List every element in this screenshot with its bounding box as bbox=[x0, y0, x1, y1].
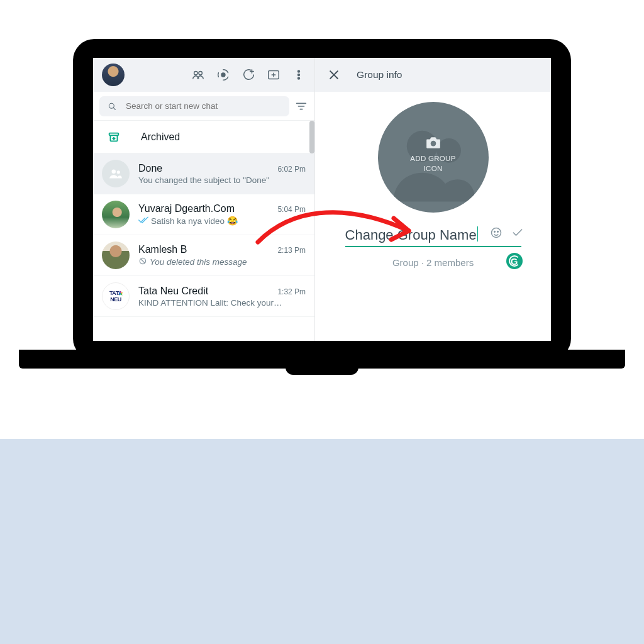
laptop-notch bbox=[286, 367, 358, 375]
search-input[interactable] bbox=[126, 101, 282, 111]
add-group-icon-label: ADD GROUPICON bbox=[410, 154, 455, 174]
svg-point-1 bbox=[199, 72, 203, 75]
chat-time: 2:13 Pm bbox=[277, 246, 306, 255]
chat-time: 6:02 Pm bbox=[277, 165, 306, 174]
filter-icon[interactable] bbox=[294, 99, 308, 113]
group-name-input[interactable]: Change Group Name bbox=[345, 227, 477, 243]
group-picture-button[interactable]: ADD GROUPICON bbox=[378, 102, 489, 213]
emoji-picker-icon[interactable] bbox=[490, 226, 502, 239]
chat-preview: You deleted this message bbox=[138, 257, 306, 267]
panel-body: ADD GROUPICON Change Group Name bbox=[315, 92, 551, 341]
new-chat-icon[interactable] bbox=[242, 68, 255, 82]
text-cursor bbox=[477, 226, 478, 242]
svg-point-2 bbox=[221, 73, 225, 77]
svg-point-15 bbox=[491, 228, 501, 238]
new-group-icon[interactable] bbox=[267, 68, 280, 82]
camera-icon bbox=[425, 136, 441, 150]
chat-row[interactable]: Done 6:02 Pm You changed the subject to … bbox=[93, 153, 314, 194]
chat-preview: Satish ka nya video 😂 bbox=[138, 216, 306, 226]
sidebar-toolbar bbox=[93, 58, 314, 92]
contact-avatar bbox=[102, 201, 130, 228]
svg-point-9 bbox=[112, 170, 116, 174]
panel-header: Group info bbox=[315, 58, 551, 92]
scrollbar-thumb[interactable] bbox=[309, 121, 314, 153]
grammarly-icon[interactable]: G bbox=[506, 253, 523, 269]
search-bar bbox=[93, 92, 314, 121]
archive-icon bbox=[107, 130, 121, 144]
svg-point-10 bbox=[117, 170, 120, 174]
svg-point-4 bbox=[298, 70, 300, 72]
menu-kebab-icon[interactable] bbox=[292, 68, 306, 82]
chat-preview: You changed the subject to "Done" bbox=[138, 175, 306, 185]
chat-time: 1:32 Pm bbox=[277, 287, 306, 296]
svg-point-7 bbox=[109, 103, 114, 108]
chat-name: Yuvaraj Dgearth.Com bbox=[138, 203, 235, 214]
chat-name: Done bbox=[138, 163, 162, 174]
chat-row[interactable]: Yuvaraj Dgearth.Com 5:04 Pm Satish ka ny… bbox=[93, 194, 314, 235]
chat-list: Archived Done 6:02 Pm You changed th bbox=[93, 121, 314, 341]
emoji: 😂 bbox=[227, 216, 238, 226]
svg-point-0 bbox=[194, 72, 198, 75]
svg-point-5 bbox=[298, 74, 300, 76]
search-box[interactable] bbox=[99, 96, 289, 116]
svg-point-17 bbox=[497, 231, 498, 233]
avatar-me[interactable] bbox=[102, 64, 125, 86]
chat-time: 5:04 Pm bbox=[277, 205, 306, 214]
blocked-icon bbox=[138, 257, 147, 267]
communities-icon[interactable] bbox=[191, 68, 205, 82]
laptop-base bbox=[19, 350, 625, 369]
archived-label: Archived bbox=[141, 131, 180, 143]
chat-sidebar: Archived Done 6:02 Pm You changed th bbox=[93, 58, 315, 341]
app-screen: Archived Done 6:02 Pm You changed th bbox=[93, 58, 551, 341]
svg-point-14 bbox=[430, 141, 436, 147]
group-name-edit: Change Group Name G bbox=[345, 226, 521, 247]
page-background-strip bbox=[0, 439, 644, 644]
confirm-check-icon[interactable] bbox=[511, 226, 524, 239]
chat-name: Tata Neu Credit bbox=[138, 286, 208, 297]
status-icon[interactable] bbox=[216, 68, 230, 82]
contact-avatar bbox=[102, 282, 130, 310]
svg-point-16 bbox=[494, 231, 495, 233]
chat-name: Kamlesh B bbox=[138, 244, 187, 255]
svg-point-6 bbox=[298, 77, 300, 79]
read-ticks-icon bbox=[138, 216, 148, 226]
group-info-panel: Group info ADD GROUPICON bbox=[315, 58, 551, 341]
chat-row[interactable]: Kamlesh B 2:13 Pm You deleted this messa… bbox=[93, 235, 314, 276]
group-avatar-icon bbox=[102, 160, 130, 187]
laptop-bezel: Archived Done 6:02 Pm You changed th bbox=[73, 39, 571, 360]
panel-title: Group info bbox=[357, 69, 402, 80]
search-icon bbox=[107, 101, 117, 111]
contact-avatar bbox=[102, 242, 130, 269]
group-subline: Group · 2 members bbox=[392, 257, 474, 268]
archived-row[interactable]: Archived bbox=[93, 121, 314, 153]
close-icon[interactable] bbox=[328, 69, 340, 81]
chat-preview: KIND ATTENTION Lalit: Check your… bbox=[138, 298, 306, 308]
chat-row[interactable]: Tata Neu Credit 1:32 Pm KIND ATTENTION L… bbox=[93, 276, 314, 317]
svg-rect-8 bbox=[109, 133, 119, 135]
